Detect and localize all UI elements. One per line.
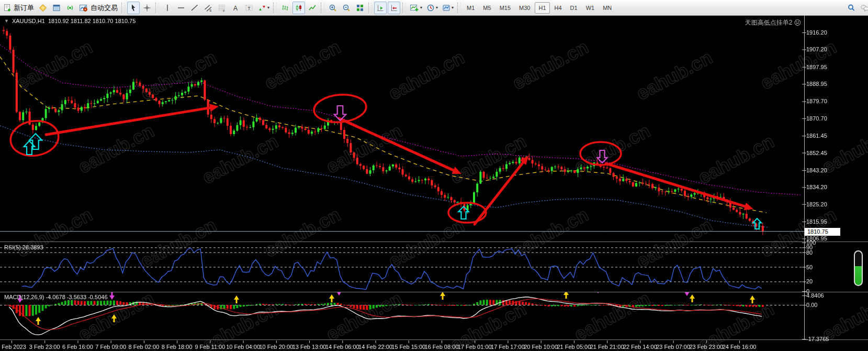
chart-shift-icon xyxy=(390,4,398,12)
new-order-label: 新订单 xyxy=(14,3,34,13)
chart-window: ▼ XAUUSD,H1 1810.92 1811.82 1810.70 1810… xyxy=(0,16,868,351)
search-button[interactable] xyxy=(845,2,858,14)
tile-windows-button[interactable] xyxy=(354,2,366,14)
timeframe-h4[interactable]: H4 xyxy=(551,2,566,14)
vertical-line-icon xyxy=(163,4,172,12)
chat-button[interactable] xyxy=(859,2,868,14)
new-order-icon xyxy=(3,4,12,12)
price-axis-label: 1916.20 xyxy=(806,29,827,36)
price-axis-label: 1888.95 xyxy=(806,81,827,87)
timeframe-m1[interactable]: M1 xyxy=(463,2,478,14)
cursor-tool-button[interactable] xyxy=(127,2,140,14)
toolbar-grip xyxy=(402,3,406,13)
time-axis-label: 8 Feb 02:00 xyxy=(129,344,160,350)
sad-face-icon[interactable]: ☹ xyxy=(794,19,801,27)
timeframe-m15[interactable]: M15 xyxy=(496,2,514,14)
svg-text:A: A xyxy=(233,4,238,12)
vertical-line-tool-button[interactable] xyxy=(161,2,174,14)
zoom-in-icon xyxy=(329,4,337,12)
chart-symbol-period: XAUUSD,H1 xyxy=(12,18,45,24)
macd-axis-label: -17.3765 xyxy=(806,336,829,342)
dropdown-caret-icon: ▾ xyxy=(436,5,438,10)
trendline-tool-button[interactable] xyxy=(188,2,201,14)
time-axis-label: 10 Feb 04:00 xyxy=(226,344,260,350)
chart-menu-button[interactable]: ▼ xyxy=(4,18,9,24)
time-axis-label: 17 Feb 01:00 xyxy=(458,344,492,350)
time-axis-label: 23 Feb 07:00 xyxy=(656,344,690,350)
zoom-out-icon xyxy=(342,4,351,12)
time-axis-label: 23 Feb 23:00 xyxy=(689,344,723,350)
zoom-in-button[interactable] xyxy=(326,2,339,14)
ea-plugin-label: 天图高低点挂单2 ☹ xyxy=(745,18,801,27)
text-tool-button[interactable]: A xyxy=(229,2,242,14)
price-axis-label: 1815.95 xyxy=(806,218,827,225)
indicators-button[interactable]: ▾ xyxy=(408,2,424,14)
timeframe-h1[interactable]: H1 xyxy=(535,2,549,14)
shapes-arrows-icon xyxy=(258,4,266,12)
time-axis-label: 6 Feb 16:00 xyxy=(62,344,93,350)
main-toolbar: 新订单 自动交易 E F A T ▾ xyxy=(0,0,868,16)
price-axis-label: 1861.45 xyxy=(806,133,827,139)
market-watch-button[interactable] xyxy=(37,2,49,14)
bar-chart-mode-button[interactable] xyxy=(279,2,291,14)
data-window-icon xyxy=(52,4,61,12)
signals-button[interactable] xyxy=(64,2,76,14)
time-axis-label: 17 Feb 17:00 xyxy=(491,344,525,350)
label-tool-button[interactable]: T xyxy=(243,2,255,14)
svg-text:E: E xyxy=(210,9,212,12)
price-axis-label: 1825.20 xyxy=(806,201,827,207)
horizontal-line-tool-button[interactable] xyxy=(175,2,187,14)
dropdown-caret-icon: ▾ xyxy=(420,5,422,10)
candlestick-mode-button[interactable] xyxy=(292,2,305,14)
timeframe-d1[interactable]: D1 xyxy=(567,2,581,14)
auto-trading-button[interactable]: 自动交易 xyxy=(77,2,119,14)
dropdown-caret-icon: ▾ xyxy=(452,5,454,10)
rsi-indicator-label: RSI(5) 28.3893 xyxy=(4,244,43,250)
search-icon xyxy=(847,4,855,12)
current-price-box: 1810.75 xyxy=(805,228,840,236)
auto-scroll-button[interactable] xyxy=(374,2,387,14)
time-axis-label: 7 Feb 09:00 xyxy=(95,344,126,350)
channel-tool-button[interactable]: E xyxy=(202,2,215,14)
price-axis-label: 1834.20 xyxy=(806,184,827,190)
time-axis-label: 3 Feb 2023 xyxy=(0,344,26,350)
main-chart-canvas[interactable] xyxy=(0,16,868,351)
toolbar-grip xyxy=(368,3,372,13)
time-axis-label: 15 Feb 15:00 xyxy=(391,344,425,350)
new-order-button[interactable]: 新订单 xyxy=(2,2,36,14)
auto-trading-icon xyxy=(79,4,88,12)
rsi-axis-label: 80 xyxy=(806,249,813,256)
candlestick-icon xyxy=(295,4,303,12)
ea-plugin-name: 天图高低点挂单2 xyxy=(745,18,793,27)
data-window-button[interactable] xyxy=(50,2,63,14)
trendline-icon xyxy=(190,4,199,12)
time-axis-label: 22 Feb 14:00 xyxy=(623,344,657,350)
time-axis-label: 10 Feb 20:00 xyxy=(259,344,293,350)
time-axis-label: 9 Feb 11:00 xyxy=(195,344,225,350)
templates-button[interactable]: ▾ xyxy=(441,2,455,14)
timeframe-m30[interactable]: M30 xyxy=(515,2,534,14)
toolbar-grip xyxy=(155,3,159,13)
line-chart-mode-button[interactable] xyxy=(306,2,319,14)
clock-icon xyxy=(426,4,435,12)
sonar-icon xyxy=(66,4,74,12)
crosshair-tool-button[interactable] xyxy=(141,2,153,14)
timeframe-mn[interactable]: MN xyxy=(599,2,615,14)
timeframe-w1[interactable]: W1 xyxy=(582,2,599,14)
price-axis-label: 1897.95 xyxy=(806,64,827,70)
chart-shift-button[interactable] xyxy=(388,2,400,14)
time-axis-label: 3 Feb 23:00 xyxy=(29,344,60,350)
timeframe-m5[interactable]: M5 xyxy=(479,2,494,14)
zoom-out-button[interactable] xyxy=(340,2,353,14)
macd-axis-label: 4.8406 xyxy=(806,292,824,299)
panel-gauge xyxy=(854,250,863,286)
chat-bubbles-icon xyxy=(860,4,868,12)
rsi-axis-label: 20 xyxy=(806,278,813,284)
fibonacci-tool-button[interactable]: F xyxy=(216,2,228,14)
text-a-icon: A xyxy=(231,4,240,12)
svg-text:F: F xyxy=(223,9,225,12)
svg-text:T: T xyxy=(247,5,251,10)
periods-button[interactable]: ▾ xyxy=(425,2,439,14)
arrows-tool-button[interactable]: ▾ xyxy=(256,2,271,14)
cursor-icon xyxy=(129,4,138,12)
